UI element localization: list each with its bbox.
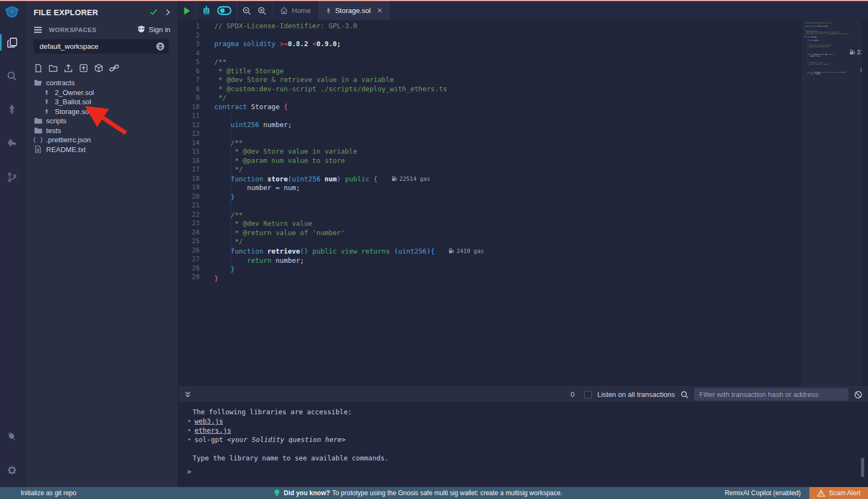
search-icon[interactable] xyxy=(0,65,24,87)
workspace-select[interactable]: default_workspace xyxy=(34,39,169,54)
tab-storage-sol[interactable]: Storage.sol ✕ xyxy=(319,1,390,20)
tree-item--prettierrc-json[interactable]: { }.prettierrc.json xyxy=(24,135,178,145)
file-explorer-icon[interactable] xyxy=(0,31,24,54)
line-numbers: 1234567891011121314151617181920212223242… xyxy=(178,20,207,387)
terminal-collapse-icon[interactable] xyxy=(184,391,192,399)
panel-title: FILE EXPLORER xyxy=(34,8,150,17)
code-line-2[interactable] xyxy=(214,31,802,40)
code-line-19[interactable]: number = num; xyxy=(214,184,802,193)
terminal-line[interactable]: •ethers.js xyxy=(184,426,868,435)
solidity-compiler-icon[interactable] xyxy=(0,98,24,121)
copilot-status[interactable]: RemixAI Copilot (enabled) xyxy=(725,489,801,497)
tree-item-scripts[interactable]: scripts xyxy=(24,116,178,126)
solidity-icon xyxy=(42,108,51,115)
home-icon xyxy=(280,7,288,15)
tree-item-tests[interactable]: tests xyxy=(24,126,178,136)
code-editor[interactable]: 1234567891011121314151617181920212223242… xyxy=(178,20,868,387)
hamburger-menu-icon[interactable] xyxy=(34,27,42,33)
code-line-8[interactable]: * @custom:dev-run-script ./scripts/deplo… xyxy=(214,85,802,94)
git-init-button[interactable]: Initialize as git repo xyxy=(21,489,76,497)
upload-file-icon[interactable] xyxy=(63,64,73,73)
link-icon[interactable] xyxy=(109,64,119,73)
tab-home[interactable]: Home xyxy=(272,1,319,20)
check-icon[interactable] xyxy=(150,8,158,17)
ai-copilot-robot-icon[interactable] xyxy=(201,5,212,16)
deploy-and-run-icon[interactable] xyxy=(0,132,24,155)
remix-logo[interactable] xyxy=(0,1,24,26)
code-line-23[interactable]: * @dev Return value xyxy=(214,219,802,229)
code-line-22[interactable]: /** xyxy=(214,211,802,220)
listen-all-checkbox[interactable] xyxy=(584,391,592,399)
sign-in-button[interactable]: Sign in xyxy=(137,26,170,34)
tab-close-icon[interactable]: ✕ xyxy=(376,7,382,15)
tree-item-2-owner-sol[interactable]: 2_Owner.sol xyxy=(24,88,178,98)
tree-item-readme-txt[interactable]: README.txt xyxy=(24,145,178,155)
code-line-28[interactable]: } xyxy=(214,265,802,274)
terminal-line: •sol-gpt <your Solidity question here> xyxy=(184,435,868,444)
workspace-sort-icon[interactable] xyxy=(156,42,164,50)
minimap[interactable]: // SPDX-License-Identifier: GPL-3.0 prag… xyxy=(802,20,861,387)
code-line-4[interactable] xyxy=(214,49,802,58)
terminal-line[interactable]: •web3.js xyxy=(184,416,868,426)
tree-item-3-ballot-sol[interactable]: 3_Ballot.sol xyxy=(24,97,178,107)
did-you-know-tip: Did you know?To prototype using the Gnos… xyxy=(274,489,563,497)
warning-triangle-icon xyxy=(817,490,825,497)
scam-alert-button[interactable]: Scam Alert xyxy=(809,487,868,499)
status-bar: Initialize as git repo Did you know?To p… xyxy=(0,487,868,499)
file-toolbar xyxy=(24,59,178,76)
code-line-29[interactable]: } xyxy=(214,274,802,283)
lightbulb-icon xyxy=(274,489,280,497)
code-line-17[interactable]: */ xyxy=(214,165,802,174)
code-line-3[interactable]: pragma solidity >=0.8.2 <0.9.0; xyxy=(214,40,802,49)
code-line-11[interactable] xyxy=(214,111,802,121)
code-lines[interactable]: // SPDX-License-Identifier: GPL-3.0 prag… xyxy=(207,20,802,387)
code-line-24[interactable]: * @return value of 'number' xyxy=(214,229,802,238)
transaction-filter-input[interactable] xyxy=(694,388,848,401)
plugin-manager-icon[interactable] xyxy=(0,425,24,448)
code-line-21[interactable] xyxy=(214,201,802,211)
terminal-output[interactable]: The following libraries are accessible:•… xyxy=(178,402,868,487)
terminal-scrollbar[interactable] xyxy=(861,458,864,477)
terminal-prompt[interactable]: > xyxy=(184,467,868,476)
tree-item-contracts[interactable]: contracts xyxy=(24,78,178,88)
code-line-27[interactable]: return number; xyxy=(214,256,802,266)
github-icon xyxy=(137,26,146,34)
code-line-14[interactable]: /** xyxy=(214,138,802,148)
code-line-7[interactable]: * @dev Store & retrieve value in a varia… xyxy=(214,75,802,85)
folder-icon xyxy=(34,117,42,124)
side-panel: FILE EXPLORER WORKSPACES Sign in xyxy=(24,1,178,487)
code-line-5[interactable]: /** xyxy=(214,58,802,67)
solidity-icon xyxy=(42,98,51,105)
code-line-1[interactable]: // SPDX-License-Identifier: GPL-3.0 xyxy=(214,22,802,31)
terminal-header: 0 Listen on all transactions xyxy=(178,387,868,402)
code-line-6[interactable]: * @title Storage xyxy=(214,67,802,76)
box-icon[interactable] xyxy=(94,64,104,73)
clear-console-icon[interactable] xyxy=(854,390,863,399)
code-line-13[interactable] xyxy=(214,129,802,138)
gas-estimate: 22514 gas xyxy=(392,174,430,184)
zoom-in-icon[interactable] xyxy=(257,6,267,16)
new-file-icon[interactable] xyxy=(34,64,43,73)
code-line-16[interactable]: * @param num value to store xyxy=(214,156,802,166)
gas-estimate: 2410 gas xyxy=(449,247,484,256)
settings-gear-icon[interactable] xyxy=(0,459,24,482)
code-line-10[interactable]: contract Storage { xyxy=(214,103,802,112)
code-line-25[interactable]: */ xyxy=(214,237,802,247)
code-line-20[interactable]: } xyxy=(214,193,802,202)
copilot-toggle[interactable] xyxy=(217,6,232,15)
chevron-right-icon[interactable] xyxy=(165,8,170,17)
terminal-search-icon[interactable] xyxy=(680,390,689,399)
code-line-26[interactable]: function retrieve() public view returns … xyxy=(214,247,802,256)
folder-open-icon xyxy=(34,79,42,86)
code-line-15[interactable]: * @dev Store value in variable xyxy=(214,147,802,156)
code-line-9[interactable]: */ xyxy=(214,93,802,103)
new-folder-icon[interactable] xyxy=(48,64,58,73)
code-line-18[interactable]: function store(uint256 num) public {2251… xyxy=(214,174,802,184)
git-icon[interactable] xyxy=(0,166,24,188)
code-line-12[interactable]: uint256 number; xyxy=(214,121,802,130)
upload-folder-icon[interactable] xyxy=(79,64,88,73)
editor-right-pad xyxy=(861,20,868,387)
zoom-out-icon[interactable] xyxy=(242,6,252,16)
run-script-button[interactable] xyxy=(183,7,191,15)
tree-item-storage-sol[interactable]: Storage.sol xyxy=(24,107,178,117)
